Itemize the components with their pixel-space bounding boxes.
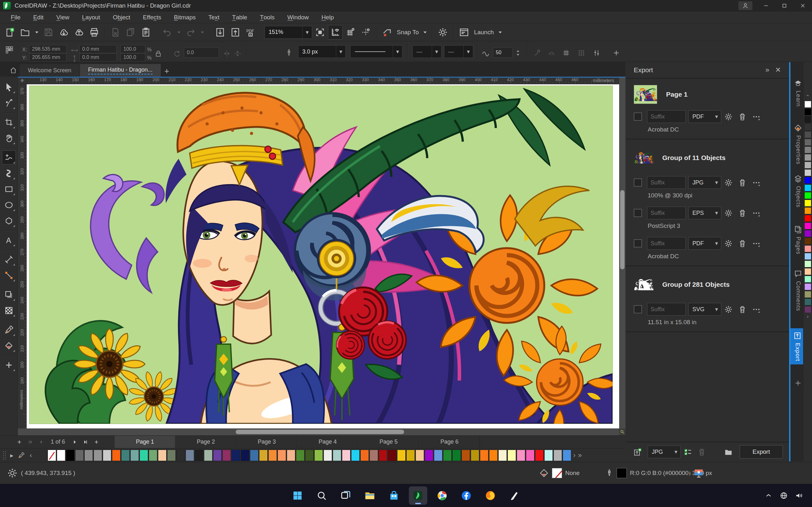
palette-swatch[interactable] xyxy=(804,283,811,290)
outline-width-combo[interactable]: 3.0 px▾ xyxy=(298,45,346,58)
palette-swatch[interactable] xyxy=(452,450,461,461)
maximize-button[interactable] xyxy=(775,0,794,11)
x-position-field[interactable]: 298.535 mm xyxy=(29,45,67,53)
palette-swatch[interactable] xyxy=(804,162,811,169)
close-docker-icon[interactable]: ✕ xyxy=(773,65,783,75)
palette-eyedropper-icon[interactable] xyxy=(16,450,26,461)
artistic-media-tool[interactable] xyxy=(2,166,16,180)
palette-swatch[interactable] xyxy=(804,124,811,130)
palette-swatch[interactable] xyxy=(287,450,295,461)
export-checkbox[interactable] xyxy=(634,178,642,187)
palette-swatch[interactable] xyxy=(804,291,811,298)
horizontal-scrollbar[interactable] xyxy=(18,429,619,435)
taskbar-store-icon[interactable] xyxy=(385,487,403,505)
palette-swatch[interactable] xyxy=(804,238,811,245)
export-button[interactable] xyxy=(228,25,243,40)
snap-to-label[interactable]: Snap To xyxy=(397,29,419,36)
redo-button[interactable] xyxy=(183,25,198,40)
zoom-dropdown-icon[interactable]: ▾ xyxy=(302,26,312,38)
palette-swatch[interactable] xyxy=(259,450,268,461)
palette-swatch[interactable] xyxy=(314,450,323,461)
document-page[interactable] xyxy=(30,86,612,424)
format-combo[interactable]: PDF▾ xyxy=(688,110,721,123)
palette-swatch[interactable] xyxy=(158,450,166,461)
menu-tools[interactable]: Tools xyxy=(253,11,281,23)
ellipse-tool[interactable] xyxy=(2,198,16,212)
palette-swatch[interactable] xyxy=(804,154,811,161)
palette-swatch[interactable] xyxy=(305,450,314,461)
palette-swatch[interactable] xyxy=(250,450,258,461)
taskbar-coreldraw-icon[interactable] xyxy=(409,487,427,505)
palette-swatch[interactable] xyxy=(517,450,525,461)
tab-document-active[interactable]: Firman Hatibu - Dragon... xyxy=(80,64,161,77)
palette-swatch[interactable] xyxy=(186,450,194,461)
last-page-button[interactable] xyxy=(80,437,91,447)
palette-scroll-right-icon[interactable]: › xyxy=(573,451,575,459)
palette-swatch[interactable] xyxy=(804,169,811,176)
settings-gear-icon[interactable] xyxy=(721,237,735,250)
palette-swatch[interactable] xyxy=(241,450,249,461)
palette-swatch[interactable] xyxy=(388,450,397,461)
palette-swatch[interactable] xyxy=(804,108,811,115)
palette-swatch[interactable] xyxy=(232,450,240,461)
launch-icon[interactable] xyxy=(457,25,471,40)
launch-label[interactable]: Launch xyxy=(474,29,494,36)
menu-effects[interactable]: Effects xyxy=(137,11,168,23)
horizontal-scroll-thumb[interactable] xyxy=(236,430,404,434)
format-combo[interactable]: JPG▾ xyxy=(688,176,721,189)
open-dropdown-icon[interactable] xyxy=(33,25,41,40)
interactive-fill-tool[interactable] xyxy=(2,339,16,353)
tab-welcome-screen[interactable]: Welcome Screen xyxy=(20,64,80,77)
taskbar-pen-app-icon[interactable] xyxy=(505,487,524,505)
add-to-export-icon[interactable] xyxy=(630,446,645,458)
palette-swatch[interactable] xyxy=(333,450,341,461)
palette-swatch[interactable] xyxy=(498,450,507,461)
object-width-field[interactable]: 0.0 mm xyxy=(79,45,117,53)
palette-swatch[interactable] xyxy=(351,450,360,461)
suffix-input[interactable] xyxy=(647,110,686,123)
close-curve-icon[interactable] xyxy=(548,49,556,57)
more-options-icon[interactable] xyxy=(749,237,763,250)
dimension-tool[interactable] xyxy=(2,252,16,267)
palette-swatch[interactable] xyxy=(75,450,84,461)
menu-help[interactable]: Help xyxy=(315,11,340,23)
freehand-tool[interactable] xyxy=(2,151,16,164)
palette-swatch[interactable] xyxy=(323,450,332,461)
fine-grid-icon[interactable] xyxy=(562,49,570,57)
format-combo[interactable]: EPS▾ xyxy=(688,207,721,219)
mirror-vertical-icon[interactable] xyxy=(234,49,242,58)
palette-swatch[interactable] xyxy=(804,215,811,222)
palette-swatch[interactable] xyxy=(277,450,286,461)
palette-swatch[interactable] xyxy=(804,261,811,268)
add-docker-icon[interactable] xyxy=(792,379,804,390)
settings-gear-icon[interactable] xyxy=(721,207,735,219)
format-combo[interactable]: PDF▾ xyxy=(688,237,721,250)
open-button[interactable] xyxy=(18,25,32,40)
menu-object[interactable]: Object xyxy=(107,11,137,23)
snap-off-button[interactable] xyxy=(380,25,394,40)
palette-drag-handle[interactable] xyxy=(3,451,7,460)
suffix-input[interactable] xyxy=(647,237,686,250)
output-folder-icon[interactable] xyxy=(721,446,735,458)
delete-row-icon[interactable] xyxy=(735,110,749,123)
delete-row-icon[interactable] xyxy=(735,237,749,250)
cloud-upload-button[interactable] xyxy=(72,25,86,40)
add-tool-button[interactable] xyxy=(2,358,16,372)
no-fill-swatch[interactable] xyxy=(48,450,56,461)
crop-tool[interactable] xyxy=(2,115,16,129)
taskbar-facebook-icon[interactable] xyxy=(457,487,475,505)
next-page-button[interactable] xyxy=(69,437,80,447)
palette-swatch[interactable] xyxy=(296,450,305,461)
scale-y-field[interactable]: 100.0 xyxy=(120,53,145,61)
sliders-icon[interactable] xyxy=(593,49,601,57)
export-checkbox[interactable] xyxy=(634,239,642,247)
palette-swatch[interactable] xyxy=(804,147,811,153)
zoom-corner-icon[interactable] xyxy=(619,429,625,435)
status-gear-icon[interactable] xyxy=(7,468,18,478)
paste-button[interactable] xyxy=(139,25,153,40)
palette-swatch[interactable] xyxy=(131,450,139,461)
palette-swatch[interactable] xyxy=(544,450,553,461)
vertical-scrollbar[interactable] xyxy=(619,77,625,429)
menu-view[interactable]: View xyxy=(50,11,75,23)
palette-swatch[interactable] xyxy=(804,222,811,229)
